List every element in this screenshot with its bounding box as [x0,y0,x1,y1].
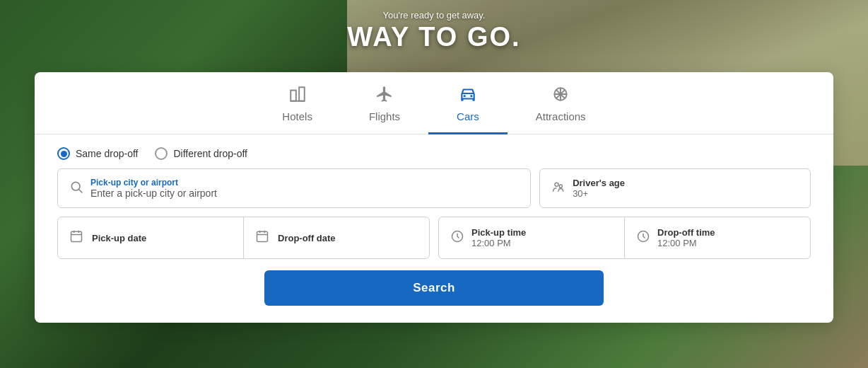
hero-subtitle: You're ready to get away. [0,10,868,21]
hotels-icon [288,85,307,108]
drivers-age-label: Driver's age [573,178,625,188]
same-dropoff-label: Same drop-off [76,148,138,159]
dropoff-clock-icon [636,229,650,247]
drivers-age-content: Driver's age 30+ [573,178,625,199]
svg-rect-16 [257,231,268,241]
date-time-row: Pick-up date Drop-off date [35,217,833,259]
pickup-location-label: Pick-up city or airport [90,178,217,188]
pickup-location-content: Pick-up city or airport Enter a pick-up … [90,178,217,199]
cars-icon [459,85,477,108]
pickup-time-value: 12:00 PM [471,238,526,248]
search-btn-container: Search [35,270,833,306]
pickup-location-placeholder: Enter a pick-up city or airport [90,188,217,199]
dropoff-date-label: Drop-off date [278,233,336,243]
tab-flights-label: Flights [369,110,400,122]
search-card: Hotels Flights Cars [35,72,833,323]
dropoff-time-content: Drop-off time 12:00 PM [657,227,715,248]
tab-hotels[interactable]: Hotels [254,72,341,134]
same-dropoff-option[interactable]: Same drop-off [57,147,138,160]
different-dropoff-label: Different drop-off [173,148,247,159]
age-icon [551,180,565,197]
tab-attractions-label: Attractions [536,110,586,122]
pickup-clock-icon [450,229,464,247]
pickup-time-content: Pick-up time 12:00 PM [471,227,526,248]
time-group: Pick-up time 12:00 PM Drop-off time 12:0… [438,217,811,259]
pickup-calendar-icon [69,229,83,247]
flights-icon [375,85,394,108]
tab-cars[interactable]: Cars [428,72,508,134]
tab-hotels-label: Hotels [282,110,312,122]
dropoff-time-value: 12:00 PM [657,238,715,248]
search-icon [69,180,83,197]
svg-point-4 [470,95,472,97]
pickup-date-field[interactable]: Pick-up date [58,217,244,258]
svg-rect-0 [291,91,296,101]
dropoff-time-label: Drop-off time [657,227,715,238]
svg-point-3 [463,95,465,97]
drivers-age-field[interactable]: Driver's age 30+ [539,168,811,208]
dropoff-calendar-icon [255,229,269,247]
pickup-date-label: Pick-up date [92,233,146,243]
pickup-time-label: Pick-up time [471,227,526,238]
svg-rect-1 [299,87,305,101]
attractions-icon [551,85,570,108]
tab-cars-label: Cars [457,110,479,122]
tab-flights[interactable]: Flights [341,72,428,134]
svg-point-10 [555,183,558,186]
hero-title: WAY TO GO. [0,22,868,52]
pickup-location-field[interactable]: Pick-up city or airport Enter a pick-up … [57,168,531,208]
dropoff-date-field[interactable]: Drop-off date [244,217,429,258]
svg-line-9 [79,189,83,192]
svg-point-8 [71,182,80,190]
svg-rect-12 [71,231,82,241]
same-dropoff-radio[interactable] [57,147,70,160]
location-row: Pick-up city or airport Enter a pick-up … [35,168,833,208]
svg-point-11 [559,185,562,188]
search-button[interactable]: Search [264,270,604,306]
different-dropoff-option[interactable]: Different drop-off [155,147,247,160]
different-dropoff-radio[interactable] [155,147,168,160]
pickup-time-field[interactable]: Pick-up time 12:00 PM [439,217,625,258]
tabs-container: Hotels Flights Cars [35,72,833,134]
dropoff-time-field[interactable]: Drop-off time 12:00 PM [625,217,810,258]
drivers-age-value: 30+ [573,188,625,199]
dropoff-options: Same drop-off Different drop-off [35,134,833,168]
tab-attractions[interactable]: Attractions [508,72,614,134]
date-group: Pick-up date Drop-off date [57,217,430,259]
